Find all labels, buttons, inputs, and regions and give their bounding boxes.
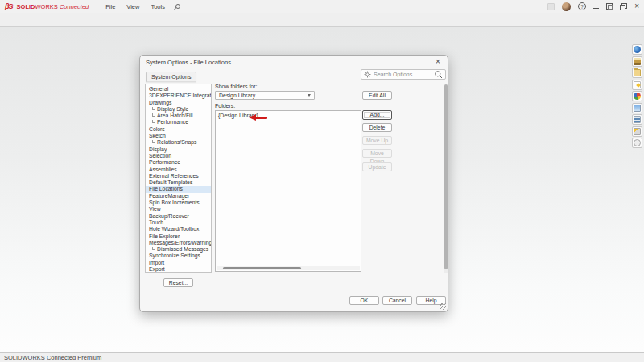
taskpane-design-library-icon[interactable] [632,56,642,67]
taskpane-view-palette-icon[interactable] [632,80,642,90]
folders-label: Folders: [215,103,235,109]
solidworks-logo-icon: βS [5,2,13,10]
tree-item-import[interactable]: Import [146,260,211,266]
reset-button[interactable]: Reset... [163,278,193,287]
horizontal-scrollbar-thumb[interactable] [223,267,301,270]
tree-item-relations-snaps[interactable]: Relations/Snaps [146,139,211,146]
tree-item-area-hatch-fill[interactable]: Area Hatch/Fill [146,113,211,119]
taskpane-file-explorer-icon[interactable] [632,68,642,78]
menu-pin-icon[interactable] [173,3,180,10]
red-arrow-annotation-icon [249,114,268,121]
dialog-title: System Options - File Locations [146,59,231,66]
taskpane-custom-properties-icon[interactable] [632,114,642,125]
tree-item-hole-wizard-toolbox[interactable]: Hole Wizard/Toolbox [146,226,211,232]
tree-item-export[interactable]: Export [146,266,211,273]
show-folders-label: Show folders for: [215,84,258,89]
chevron-down-icon [308,94,311,97]
folders-listbox[interactable]: {Design Library} [215,110,361,272]
tree-item-view[interactable]: View [146,206,211,212]
move-up-button[interactable]: Move Up [362,136,392,145]
tree-item-backup-recover[interactable]: Backup/Recover [146,213,211,220]
move-down-button[interactable]: Move Down [362,149,392,158]
task-pane-tabs [632,44,643,148]
color-wheel-icon [634,93,641,100]
taskpane-appearances-icon[interactable] [632,91,642,101]
properties-icon [634,116,641,123]
tree-item-external-references[interactable]: External References [146,173,211,179]
tree-item-colors[interactable]: Colors [146,126,211,133]
search-placeholder: Search Options [374,72,431,77]
tree-item-selection[interactable]: Selection [146,153,211,159]
menubar: File View Tools [100,2,171,12]
folder-list-item[interactable]: {Design Library} [216,111,361,120]
taskpane-scenes-icon[interactable] [632,103,642,113]
tree-item-drawings[interactable]: Drawings [146,100,211,106]
taskpane-forum-icon[interactable] [632,138,642,148]
show-folders-dropdown[interactable]: Design Library [215,91,315,100]
update-button[interactable]: Update [362,162,392,171]
restore-icon[interactable] [620,3,627,10]
tree-item-assemblies[interactable]: Assemblies [146,167,211,173]
tree-item-synchronize-settings[interactable]: Synchronize Settings [146,253,211,259]
tree-item-default-templates[interactable]: Default Templates [146,179,211,186]
horizontal-scrollbar[interactable] [217,266,360,270]
close-window-icon[interactable]: × [634,2,639,10]
gear-icon [364,71,371,78]
tree-item-general[interactable]: General [146,86,211,93]
status-text: SOLIDWORKS Connected Premium [4,354,101,361]
brand-works: WORKS [35,3,58,10]
titlebar: βS SOLIDWORKS Connected File View Tools … [0,0,644,13]
options-tree: General 3DEXPERIENCE Integration Drawing… [145,84,212,273]
tree-item-display[interactable]: Display [146,146,211,153]
ok-button[interactable]: OK [349,296,379,305]
toolbar-strip [0,13,644,27]
globe-icon [634,46,641,53]
menu-tools[interactable]: Tools [145,2,171,12]
tree-item-display-style[interactable]: Display Style [146,106,211,113]
vertical-scrollbar[interactable] [444,84,448,273]
vertical-scrollbar-thumb[interactable] [444,84,448,269]
resize-grip[interactable] [440,303,446,310]
tree-item-featuremanager[interactable]: FeatureManager [146,193,211,200]
edit-all-button[interactable]: Edit All [362,91,392,100]
tree-item-dismissed-messages[interactable]: Dismissed Messages [146,246,211,253]
tree-item-spin-box-increments[interactable]: Spin Box Increments [146,200,211,206]
taskpane-toolbox-icon[interactable] [632,126,642,137]
maximize-icon[interactable] [606,3,613,10]
tree-item-touch[interactable]: Touch [146,220,211,226]
user-avatar[interactable] [562,2,571,11]
minimize-icon[interactable] [593,8,599,9]
cancel-button[interactable]: Cancel [382,296,412,305]
scene-icon [634,105,641,112]
folder-icon [634,69,641,76]
help-icon[interactable]: ? [578,2,586,10]
dialog-close-icon[interactable]: × [433,57,443,67]
tab-system-options[interactable]: System Options [146,72,196,82]
window-controls: ? × [547,0,639,13]
apps-tile-icon[interactable] [547,3,555,10]
solidworks-window: βS SOLIDWORKS Connected File View Tools … [0,0,644,362]
search-options-box[interactable]: Search Options [361,69,446,80]
palette-icon [634,81,641,88]
tree-item-file-explorer[interactable]: File Explorer [146,233,211,240]
menu-view[interactable]: View [121,2,145,12]
app-title: SOLIDWORKS Connected [17,3,89,10]
tree-item-file-locations[interactable]: File Locations [146,186,211,192]
status-bar: SOLIDWORKS Connected Premium [0,352,644,362]
menu-file[interactable]: File [100,2,121,12]
tree-item-messages-errors-warnings[interactable]: Messages/Errors/Warnings [146,240,211,246]
brand-solid: SOLID [17,3,35,10]
dropdown-value: Design Library [219,93,308,98]
add-button[interactable]: Add... [362,110,392,120]
tree-item-performance[interactable]: Performance [146,159,211,166]
tree-item-performance-drawings[interactable]: Performance [146,119,211,125]
delete-button[interactable]: Delete [362,123,392,132]
forum-icon [634,139,641,146]
toolbox-icon [634,128,641,135]
system-options-dialog: System Options - File Locations × System… [139,55,448,312]
tree-item-sketch[interactable]: Sketch [146,133,211,139]
library-icon [634,58,641,65]
tree-item-3dexperience-integration[interactable]: 3DEXPERIENCE Integration [146,93,211,99]
search-icon [434,70,443,79]
taskpane-3dexperience-icon[interactable] [632,44,642,55]
